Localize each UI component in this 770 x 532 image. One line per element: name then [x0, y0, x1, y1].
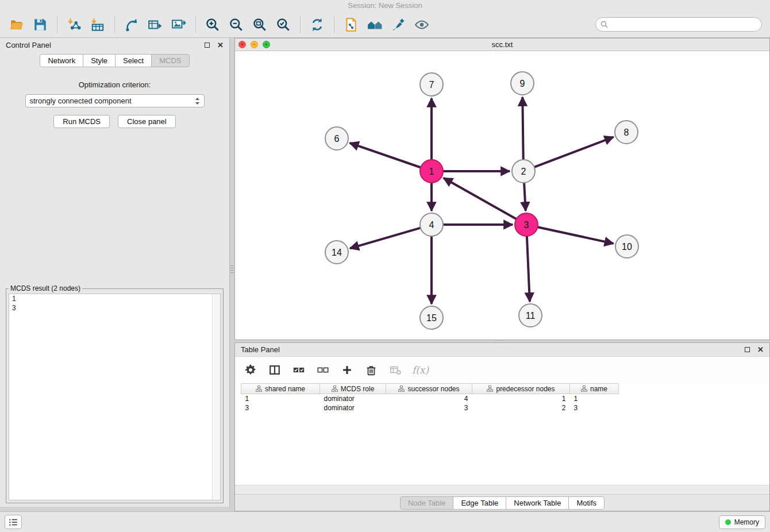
tab-node-table[interactable]: Node Table: [400, 496, 454, 510]
open-session-button[interactable]: [6, 14, 28, 36]
network-canvas[interactable]: 7968124314101511: [235, 51, 769, 340]
refresh-button[interactable]: [306, 14, 328, 36]
node-14[interactable]: 14: [325, 241, 348, 264]
edge-2-3[interactable]: [524, 183, 526, 211]
node-7[interactable]: 7: [420, 73, 443, 96]
edge-2-8[interactable]: [534, 137, 614, 167]
table-scrollbar-track[interactable]: [235, 485, 769, 494]
result-item[interactable]: 3: [9, 303, 220, 313]
node-1[interactable]: 1: [420, 160, 443, 183]
float-panel-icon[interactable]: [745, 347, 750, 352]
node-8[interactable]: 8: [615, 121, 638, 144]
export-table-button[interactable]: [144, 14, 166, 36]
home-button[interactable]: [364, 14, 386, 36]
node-10[interactable]: 10: [615, 235, 638, 258]
control-panel-header: Control Panel ✕: [0, 38, 229, 52]
edge-2-9[interactable]: [522, 97, 523, 160]
task-history-button[interactable]: [5, 515, 22, 529]
criterion-select[interactable]: strongly connected component: [25, 94, 205, 107]
node-9[interactable]: 9: [511, 72, 534, 95]
function-builder-button[interactable]: f(x): [412, 363, 429, 377]
edge-4-14[interactable]: [350, 228, 421, 249]
tab-style[interactable]: Style: [83, 54, 116, 67]
edge-3-10[interactable]: [538, 227, 614, 244]
control-panel-title: Control Panel: [6, 41, 51, 49]
column-header-predecessor-nodes[interactable]: predecessor nodes: [472, 384, 570, 394]
import-network-button[interactable]: [63, 14, 85, 36]
search-input[interactable]: [595, 17, 762, 32]
node-2[interactable]: 2: [512, 160, 535, 183]
zoom-window-button[interactable]: +: [263, 41, 270, 48]
cell-mcds-role[interactable]: dominator: [320, 394, 386, 404]
column-sort-icon: [487, 385, 493, 392]
zoom-out-button[interactable]: [225, 14, 247, 36]
delete-columns-button[interactable]: [364, 363, 379, 377]
column-header-mcds-role[interactable]: MCDS role: [320, 384, 386, 394]
zoom-fit-button[interactable]: [249, 14, 271, 36]
select-all-button[interactable]: [291, 363, 306, 377]
panel-resize-grip[interactable]: [230, 265, 234, 273]
create-column-button[interactable]: [340, 363, 355, 377]
tab-network-table[interactable]: Network Table: [506, 496, 569, 510]
node-11[interactable]: 11: [519, 304, 542, 327]
close-panel-icon[interactable]: ✕: [757, 346, 764, 353]
column-header-name[interactable]: name: [570, 384, 619, 394]
table-row[interactable]: 1dominator411: [241, 394, 619, 404]
cell-predecessor-nodes[interactable]: 2: [472, 403, 570, 413]
tab-edge-table[interactable]: Edge Table: [453, 496, 506, 510]
column-label: shared name: [265, 385, 305, 393]
table-delete-icon: [389, 364, 402, 376]
table-panel: Table Panel ✕ f(x) shared na: [234, 342, 770, 511]
table-row[interactable]: 3dominator323: [241, 403, 619, 413]
close-panel-button[interactable]: Close panel: [118, 115, 176, 128]
tab-mcds[interactable]: MCDS: [151, 54, 189, 67]
cell-shared-name[interactable]: 3: [241, 403, 320, 413]
float-panel-icon[interactable]: [205, 43, 210, 48]
table-settings-button[interactable]: [243, 363, 258, 377]
tab-motifs[interactable]: Motifs: [568, 496, 605, 510]
node-15[interactable]: 15: [420, 306, 443, 329]
column-header-shared-name[interactable]: shared name: [241, 384, 320, 394]
run-mcds-button[interactable]: Run MCDS: [53, 115, 110, 128]
attribute-table: shared nameMCDS rolesuccessor nodesprede…: [241, 383, 619, 413]
save-session-button[interactable]: [29, 14, 51, 36]
minimize-window-button[interactable]: −: [251, 41, 258, 48]
memory-button[interactable]: Memory: [719, 515, 765, 529]
svg-text:3: 3: [524, 220, 529, 230]
node-4[interactable]: 4: [420, 213, 443, 236]
first-neighbors-button[interactable]: [340, 14, 362, 36]
edge-3-1[interactable]: [444, 178, 517, 219]
result-item[interactable]: 1: [9, 294, 220, 303]
export-network-button[interactable]: [121, 14, 143, 36]
cell-successor-nodes[interactable]: 4: [386, 394, 472, 404]
node-6[interactable]: 6: [325, 127, 348, 150]
deselect-all-button[interactable]: [315, 363, 330, 377]
show-details-button[interactable]: [411, 14, 433, 36]
style-brush-button[interactable]: [387, 14, 409, 36]
zoom-selected-button[interactable]: [272, 14, 294, 36]
home-icon: [367, 17, 382, 32]
result-scrollbar-track[interactable]: [212, 294, 220, 500]
cell-shared-name[interactable]: 1: [241, 394, 320, 404]
node-table: shared nameMCDS rolesuccessor nodesprede…: [235, 383, 769, 485]
export-image-button[interactable]: [168, 14, 190, 36]
edge-1-6[interactable]: [350, 143, 421, 168]
node-3[interactable]: 3: [515, 213, 538, 236]
close-panel-icon[interactable]: ✕: [217, 41, 224, 49]
zoom-in-button[interactable]: [202, 14, 224, 36]
tab-network[interactable]: Network: [40, 54, 83, 67]
cell-predecessor-nodes[interactable]: 1: [472, 394, 570, 404]
zoom-in-icon: [205, 17, 220, 32]
edge-3-11[interactable]: [527, 236, 530, 302]
column-header-successor-nodes[interactable]: successor nodes: [386, 384, 472, 394]
tab-select[interactable]: Select: [115, 54, 152, 67]
import-table-button[interactable]: [87, 14, 109, 36]
cell-mcds-role[interactable]: dominator: [320, 403, 386, 413]
cell-name[interactable]: 3: [570, 403, 619, 413]
first-neighbors-icon: [344, 17, 359, 32]
show-columns-button[interactable]: [267, 363, 282, 377]
close-window-button[interactable]: ×: [238, 41, 246, 48]
cell-successor-nodes[interactable]: 3: [386, 403, 472, 413]
delete-table-button[interactable]: [388, 363, 403, 377]
cell-name[interactable]: 1: [570, 394, 619, 404]
